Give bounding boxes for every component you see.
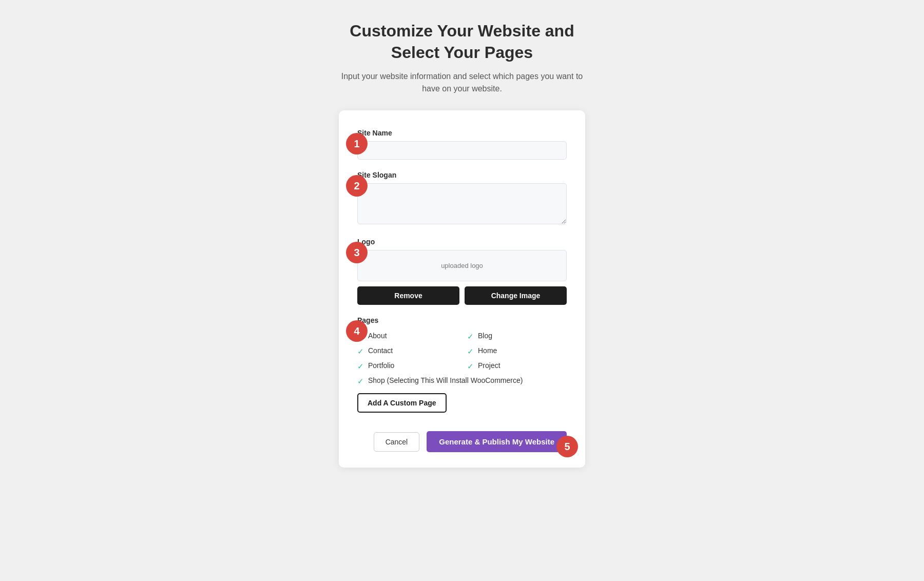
page-item-blog[interactable]: ✓ Blog xyxy=(467,332,567,341)
site-name-label: Site Name xyxy=(357,129,567,137)
page-item-portfolio[interactable]: ✓ Portfolio xyxy=(357,361,457,371)
pages-grid: ✓ About ✓ Blog ✓ Contact ✓ Home ✓ Portfo… xyxy=(357,332,567,386)
check-icon-contact: ✓ xyxy=(357,347,364,356)
page-label-blog: Blog xyxy=(478,332,492,340)
step-badge-4: 4 xyxy=(346,320,368,342)
page-label-about: About xyxy=(368,332,387,340)
pages-label: Pages xyxy=(357,316,567,324)
page-item-shop[interactable]: ✓ Shop (Selecting This Will Install WooC… xyxy=(357,376,567,386)
check-icon-project: ✓ xyxy=(467,362,474,371)
change-image-button[interactable]: Change Image xyxy=(465,286,567,305)
logo-label: Logo xyxy=(357,238,567,246)
check-icon-shop: ✓ xyxy=(357,377,364,386)
logo-preview: uploaded logo xyxy=(357,250,567,281)
check-icon-portfolio: ✓ xyxy=(357,362,364,371)
card-footer: Cancel Generate & Publish My Website 5 xyxy=(357,426,567,452)
site-name-section: 1 Site Name xyxy=(357,129,567,160)
step-badge-5: 5 xyxy=(556,436,578,457)
site-name-input[interactable] xyxy=(357,141,567,160)
remove-logo-button[interactable]: Remove xyxy=(357,286,459,305)
page-label-contact: Contact xyxy=(368,346,393,355)
page-label-shop: Shop (Selecting This Will Install WooCom… xyxy=(368,376,523,384)
page-item-contact[interactable]: ✓ Contact xyxy=(357,346,457,356)
page-item-home[interactable]: ✓ Home xyxy=(467,346,567,356)
pages-section: 4 Pages ✓ About ✓ Blog ✓ Contact ✓ Home xyxy=(357,316,567,416)
publish-button[interactable]: Generate & Publish My Website xyxy=(427,431,567,452)
step-badge-1: 1 xyxy=(346,133,368,154)
cancel-button[interactable]: Cancel xyxy=(374,432,420,452)
page-subtitle: Input your website information and selec… xyxy=(339,70,585,95)
site-slogan-label: Site Slogan xyxy=(357,171,567,179)
page-label-project: Project xyxy=(478,361,500,370)
page-item-project[interactable]: ✓ Project xyxy=(467,361,567,371)
site-slogan-section: 2 Site Slogan xyxy=(357,171,567,226)
page-header: Customize Your Website and Select Your P… xyxy=(339,21,585,95)
site-slogan-input[interactable] xyxy=(357,183,567,224)
logo-section: 3 Logo uploaded logo Remove Change Image xyxy=(357,238,567,305)
logo-buttons: Remove Change Image xyxy=(357,286,567,305)
step-badge-3: 3 xyxy=(346,242,368,263)
page-title: Customize Your Website and Select Your P… xyxy=(339,21,585,63)
page-item-about[interactable]: ✓ About xyxy=(357,332,457,341)
check-icon-blog: ✓ xyxy=(467,332,474,341)
main-card: 1 Site Name 2 Site Slogan 3 Logo uploade… xyxy=(339,110,585,468)
page-label-portfolio: Portfolio xyxy=(368,361,394,370)
step-badge-2: 2 xyxy=(346,175,368,197)
check-icon-home: ✓ xyxy=(467,347,474,356)
add-custom-page-button[interactable]: Add A Custom Page xyxy=(357,393,447,413)
page-label-home: Home xyxy=(478,346,497,355)
